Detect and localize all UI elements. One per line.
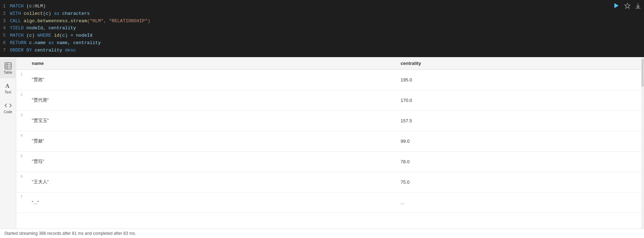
row-number: 3 [16, 110, 26, 131]
svg-marker-1 [625, 3, 630, 8]
star-button[interactable] [624, 2, 631, 9]
download-button[interactable] [635, 2, 641, 9]
cell-centrality: 195.0 [395, 69, 641, 90]
toolbar [613, 2, 641, 9]
line-number: 3 [0, 18, 10, 25]
sidebar-item-code-label: Code [4, 110, 12, 114]
line-number: 4 [0, 25, 10, 32]
code-content: ORDER BY centrality desc [10, 47, 638, 54]
cell-centrality: ... [395, 192, 641, 213]
cell-name: "贾代善" [26, 90, 395, 110]
table-row: 7"..."... [16, 192, 641, 213]
cell-name: "贾宝玉" [26, 110, 395, 131]
col-name-header: name [26, 57, 395, 70]
cell-centrality: 78.0 [395, 151, 641, 172]
line-number: 6 [0, 39, 10, 47]
line-number: 2 [0, 10, 10, 18]
table-row: 2"贾代善"170.0 [16, 90, 641, 110]
svg-marker-0 [614, 3, 619, 8]
cell-name: "..." [26, 192, 395, 213]
row-number: 1 [16, 69, 26, 90]
row-number: 5 [16, 151, 26, 172]
row-num-header [16, 57, 26, 70]
status-bar: Started streaming 388 records after 81 m… [0, 228, 644, 238]
table-body: 1"贾政"195.02"贾代善"170.03"贾宝玉"157.54"贾赦"99.… [16, 69, 641, 213]
row-number: 6 [16, 172, 26, 192]
code-content: YIELD nodeId, centrality [10, 25, 638, 32]
cell-centrality: 157.5 [395, 110, 641, 131]
scrollbar[interactable] [641, 57, 644, 228]
code-content: RETURN c.name as name, centrality [10, 39, 638, 47]
table-row: 3"贾宝玉"157.5 [16, 110, 641, 131]
sidebar-item-text-label: Text [5, 90, 11, 94]
table-row: 4"贾赦"99.0 [16, 131, 641, 151]
row-number: 4 [16, 131, 26, 151]
line-number: 5 [0, 32, 10, 39]
cell-centrality: 99.0 [395, 131, 641, 151]
svg-text:A: A [5, 83, 10, 89]
code-line: 2WITH collect(c) as characters [0, 10, 644, 18]
sidebar-item-code[interactable]: Code [0, 98, 16, 118]
cell-name: "贾珏" [26, 151, 395, 172]
code-icon [4, 102, 12, 109]
code-line: 4YIELD nodeId, centrality [0, 25, 644, 32]
line-number: 7 [0, 47, 10, 54]
cell-centrality: 170.0 [395, 90, 641, 110]
line-number: 1 [0, 3, 10, 10]
view-sidebar: Table A Text Code [0, 57, 16, 228]
status-message: Started streaming 388 records after 81 m… [4, 231, 136, 236]
table-header: name centrality [16, 57, 641, 70]
table-row: 1"贾政"195.0 [16, 69, 641, 90]
table-row: 6"王夫人"75.0 [16, 172, 641, 192]
code-line: 6RETURN c.name as name, centrality [0, 39, 644, 47]
cell-name: "贾赦" [26, 131, 395, 151]
results-table: name centrality 1"贾政"195.02"贾代善"170.03"贾… [16, 57, 641, 213]
cell-centrality: 75.0 [395, 172, 641, 192]
cell-name: "王夫人" [26, 172, 395, 192]
code-line: 7ORDER BY centrality desc [0, 47, 644, 54]
code-line: 1MATCH (c:HLM) [0, 3, 644, 10]
code-content: MATCH (c) WHERE id(c) = nodeId [10, 32, 638, 39]
table-container[interactable]: name centrality 1"贾政"195.02"贾代善"170.03"贾… [16, 57, 641, 228]
results-area: Table A Text Code [0, 57, 644, 228]
row-number: 2 [16, 90, 26, 110]
col-centrality-header: centrality [395, 57, 641, 70]
code-editor: 1MATCH (c:HLM)2WITH collect(c) as charac… [0, 0, 644, 57]
sidebar-item-table-label: Table [4, 71, 12, 74]
svg-rect-4 [5, 63, 11, 69]
code-lines: 1MATCH (c:HLM)2WITH collect(c) as charac… [0, 3, 644, 54]
code-line: 5MATCH (c) WHERE id(c) = nodeId [0, 32, 644, 39]
code-content: WITH collect(c) as characters [10, 10, 638, 18]
sidebar-item-text[interactable]: A Text [0, 78, 16, 98]
row-number: 7 [16, 192, 26, 213]
table-row: 5"贾珏"78.0 [16, 151, 641, 172]
table-icon [4, 62, 12, 70]
cell-name: "贾政" [26, 69, 395, 90]
code-content: CALL algo.betweenness.stream("HLM", "REL… [10, 18, 638, 25]
code-content: MATCH (c:HLM) [10, 3, 638, 10]
sidebar-item-table[interactable]: Table [0, 59, 16, 78]
code-line: 3CALL algo.betweenness.stream("HLM", "RE… [0, 18, 644, 25]
run-button[interactable] [613, 2, 620, 9]
text-icon: A [4, 82, 12, 90]
